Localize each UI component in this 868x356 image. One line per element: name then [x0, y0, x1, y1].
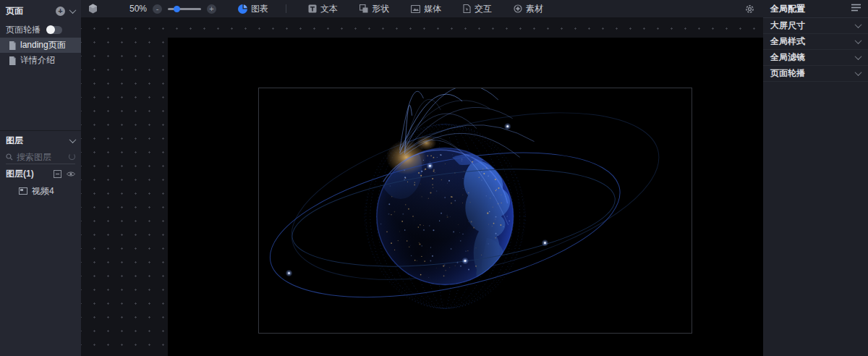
zoom-slider[interactable]	[168, 8, 201, 10]
config-section-global-filter[interactable]: 全局滤镜	[763, 50, 868, 66]
toolbar: 50% - + 图表 文本 形状	[81, 0, 763, 17]
left-sidebar: 页面 + 页面轮播 landing页面 详情介绍 图层	[0, 0, 81, 356]
text-icon	[308, 4, 317, 13]
global-config-panel: 全局配置 大屏尺寸 全局样式 全局滤镜 页面轮播	[763, 0, 868, 356]
layer-group-row[interactable]: 图层(1)	[0, 164, 81, 183]
pie-chart-icon	[238, 4, 247, 14]
video-icon	[19, 187, 27, 195]
search-icon	[6, 153, 13, 161]
cube-icon[interactable]	[88, 4, 98, 14]
tool-chart-label: 图表	[251, 3, 268, 15]
layer-group-label: 图层(1)	[6, 168, 54, 180]
tool-text-button[interactable]: 文本	[308, 3, 338, 15]
tool-interact-button[interactable]: 交互	[463, 3, 492, 15]
layer-search-input[interactable]	[17, 152, 65, 162]
globe-visualization	[259, 88, 692, 333]
layers-panel-title: 图层	[6, 135, 70, 147]
config-section-label: 页面轮播	[770, 67, 856, 80]
config-section-label: 大屏尺寸	[770, 20, 856, 32]
tool-shape-button[interactable]: 形状	[359, 3, 389, 15]
config-section-global-style[interactable]: 全局样式	[763, 34, 868, 50]
workspace[interactable]	[81, 17, 763, 356]
material-icon	[514, 4, 522, 13]
page-item-label: 详情介绍	[20, 54, 55, 67]
config-panel-header: 全局配置	[763, 0, 868, 18]
chevron-down-icon	[855, 53, 862, 60]
media-icon	[411, 5, 420, 13]
file-icon	[9, 56, 16, 65]
tool-material-button[interactable]: 素材	[514, 3, 543, 15]
tool-media-button[interactable]: 媒体	[411, 3, 441, 15]
page-carousel-toggle[interactable]	[46, 26, 62, 34]
design-canvas[interactable]	[168, 38, 763, 356]
layers-collapse-chevron-down-icon[interactable]	[69, 136, 77, 143]
pages-panel: 页面 + 页面轮播 landing页面 详情介绍	[0, 0, 81, 131]
earth-sphere	[377, 136, 514, 285]
zoom-out-button[interactable]: -	[153, 4, 162, 14]
menu-icon[interactable]	[851, 4, 861, 14]
tool-material-label: 素材	[526, 3, 543, 15]
layer-item-video4[interactable]: 视频4	[0, 183, 81, 199]
toolbar-separator	[286, 4, 286, 13]
config-section-screen-size[interactable]: 大屏尺寸	[763, 18, 868, 34]
interaction-icon	[463, 4, 471, 13]
tool-media-label: 媒体	[424, 3, 441, 15]
main-area: 50% - + 图表 文本 形状	[81, 0, 763, 356]
tool-shape-label: 形状	[372, 3, 389, 15]
page-item-detail[interactable]: 详情介绍	[0, 53, 81, 68]
config-panel-title: 全局配置	[770, 3, 851, 15]
settings-gear-icon[interactable]	[745, 4, 754, 14]
layer-search-row	[6, 150, 75, 164]
refresh-icon[interactable]	[69, 153, 75, 160]
config-section-page-carousel[interactable]: 页面轮播	[763, 66, 868, 82]
tool-text-label: 文本	[320, 3, 338, 15]
chevron-down-icon	[855, 69, 862, 76]
tool-interact-label: 交互	[475, 3, 492, 15]
layer-item-label: 视频4	[32, 185, 54, 198]
pages-panel-header: 页面 +	[0, 0, 81, 22]
page-item-label: landing页面	[20, 39, 66, 51]
config-section-label: 全局样式	[770, 35, 856, 48]
layers-panel-header: 图层	[0, 131, 81, 150]
globe-video-widget[interactable]	[258, 88, 692, 334]
config-section-label: 全局滤镜	[770, 51, 856, 64]
shapes-icon	[359, 4, 368, 13]
zoom-in-button[interactable]: +	[207, 4, 216, 14]
tool-chart-button[interactable]: 图表	[238, 3, 268, 15]
pages-collapse-chevron-down-icon[interactable]	[69, 7, 77, 14]
add-page-icon[interactable]: +	[56, 7, 65, 16]
collapse-all-icon[interactable]	[54, 170, 61, 178]
zoom-level-value: 50%	[129, 4, 147, 14]
page-carousel-row: 页面轮播	[0, 22, 81, 38]
zoom-slider-thumb[interactable]	[174, 6, 180, 12]
page-item-landing[interactable]: landing页面	[0, 38, 81, 53]
layers-panel: 图层 图层(1) 视频4	[0, 131, 81, 356]
chevron-down-icon	[855, 21, 862, 28]
chevron-down-icon	[855, 37, 862, 44]
pages-panel-title: 页面	[6, 5, 56, 17]
page-carousel-label: 页面轮播	[6, 24, 41, 36]
eye-icon[interactable]	[67, 171, 75, 177]
file-icon	[9, 41, 16, 50]
